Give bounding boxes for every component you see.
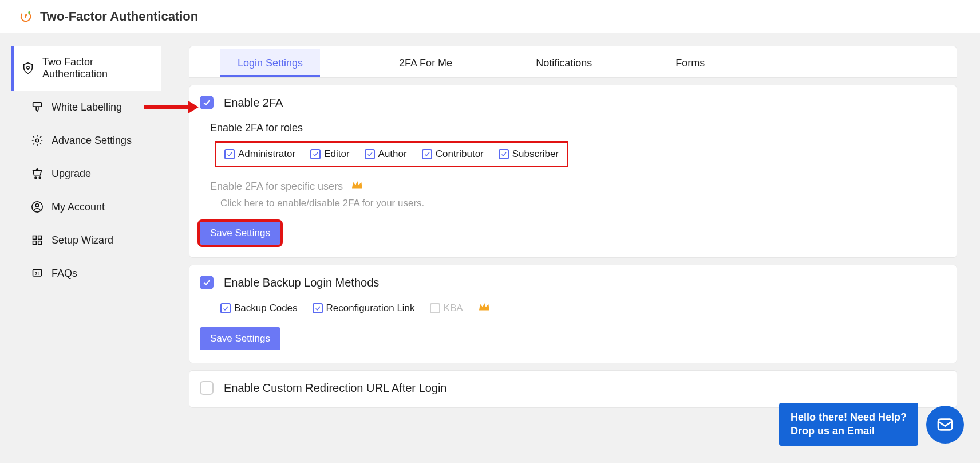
panel-custom-redirect: Enable Custom Redirection URL After Logi… [189,370,957,408]
enable-backup-checkbox[interactable] [200,276,214,289]
shield-icon [22,62,34,74]
sidebar-item-label: Upgrade [52,168,91,180]
sidebar-item-wizard[interactable]: Setup Wizard [11,223,161,257]
sidebar-item-whitelabel[interactable]: White Labelling [11,91,161,124]
role-author[interactable]: Author [365,148,407,160]
help-button[interactable] [926,406,964,444]
top-bar: Two-Factor Authentication [0,0,980,33]
specific-users-label: Enable 2FA for specific users [210,181,343,193]
role-label: Contributor [436,148,484,160]
panel-enable-2fa: Enable 2FA Enable 2FA for roles Administ… [189,85,957,258]
save-settings-button[interactable]: Save Settings [200,222,280,245]
here-link[interactable]: here [244,198,264,209]
sidebar-item-label: White Labelling [52,101,122,113]
sidebar-item-label: Setup Wizard [52,234,113,246]
role-contributor[interactable]: Contributor [422,148,484,160]
main-content: Login Settings 2FA For Me Notifications … [161,33,980,431]
sidebar-item-label: My Account [52,201,105,213]
enable-2fa-label: Enable 2FA [224,96,283,109]
user-icon [31,201,44,213]
svg-rect-12 [38,236,42,240]
sidebar-item-upgrade[interactable]: Upgrade [11,157,161,190]
grid-icon [31,234,44,246]
svg-point-7 [35,177,37,179]
save-settings-button[interactable]: Save Settings [200,327,280,350]
sidebar-item-2fa[interactable]: Two Factor Authentication [11,46,161,91]
crown-icon [478,302,491,315]
svg-rect-5 [33,103,42,107]
brand-icon [19,10,32,23]
reconfig-link-checkbox[interactable]: Reconfiguration Link [313,303,415,314]
svg-point-8 [39,177,41,179]
roles-row: Administrator Editor Author Contributor … [215,141,568,167]
tabs: Login Settings 2FA For Me Notifications … [189,46,957,78]
backup-codes-checkbox[interactable]: Backup Codes [220,303,298,314]
tab-forms[interactable]: Forms [671,49,709,77]
role-label: Editor [324,148,349,160]
panel-backup-login: Enable Backup Login Methods Backup Codes… [189,265,957,363]
kba-label: KBA [444,303,463,314]
svg-rect-19 [938,419,952,430]
svg-rect-11 [33,236,37,240]
brush-icon [31,101,44,113]
enable-redirect-label: Enable Custom Redirection URL After Logi… [224,382,446,395]
kba-checkbox: KBA [430,303,463,314]
svg-marker-18 [188,101,199,113]
help-line1: Hello there! Need Help? [791,411,907,424]
svg-rect-14 [38,241,42,245]
svg-point-3 [25,14,26,15]
svg-point-4 [27,66,29,69]
svg-point-1 [28,11,30,14]
specific-users-heading: Enable 2FA for specific users [210,180,946,193]
enable-backup-label: Enable Backup Login Methods [224,276,379,289]
role-label: Subscriber [512,148,559,160]
help-line2: Drop us an Email [791,425,907,438]
sidebar-item-label: Advance Settings [52,135,132,147]
role-subscriber[interactable]: Subscriber [499,148,559,160]
gear-icon [31,134,44,147]
svg-point-6 [35,139,39,142]
tab-2fa-for-me[interactable]: 2FA For Me [394,49,457,77]
svg-text:?!: ?! [35,271,39,276]
role-label: Administrator [238,148,295,160]
svg-point-10 [35,204,39,207]
enable-2fa-checkbox[interactable] [200,96,214,109]
faq-icon: ?! [31,267,44,280]
tab-notifications[interactable]: Notifications [531,49,596,77]
sidebar-item-label: Two Factor Authentication [42,56,150,80]
specific-users-hint: Click here to enable/disable 2FA for you… [220,198,946,209]
help-tooltip[interactable]: Hello there! Need Help? Drop us an Email [779,403,918,446]
svg-rect-13 [33,241,37,245]
roles-heading: Enable 2FA for roles [210,122,946,134]
red-arrow-annotation [144,100,199,115]
cart-icon [31,167,44,180]
reconfig-link-label: Reconfiguration Link [326,303,415,314]
role-editor[interactable]: Editor [310,148,349,160]
backup-codes-label: Backup Codes [234,303,298,314]
role-administrator[interactable]: Administrator [224,148,295,160]
sidebar-item-label: FAQs [52,268,77,280]
role-label: Author [378,148,407,160]
sidebar-item-advance[interactable]: Advance Settings [11,124,161,157]
sidebar: Two Factor Authentication White Labellin… [0,33,161,431]
help-widget: Hello there! Need Help? Drop us an Email [779,403,964,446]
sidebar-item-faqs[interactable]: ?! FAQs [11,257,161,290]
tab-login-settings[interactable]: Login Settings [220,49,320,77]
sidebar-item-account[interactable]: My Account [11,190,161,223]
enable-redirect-checkbox[interactable] [200,381,214,395]
crown-icon [351,180,363,193]
page-title: Two-Factor Authentication [40,9,198,24]
